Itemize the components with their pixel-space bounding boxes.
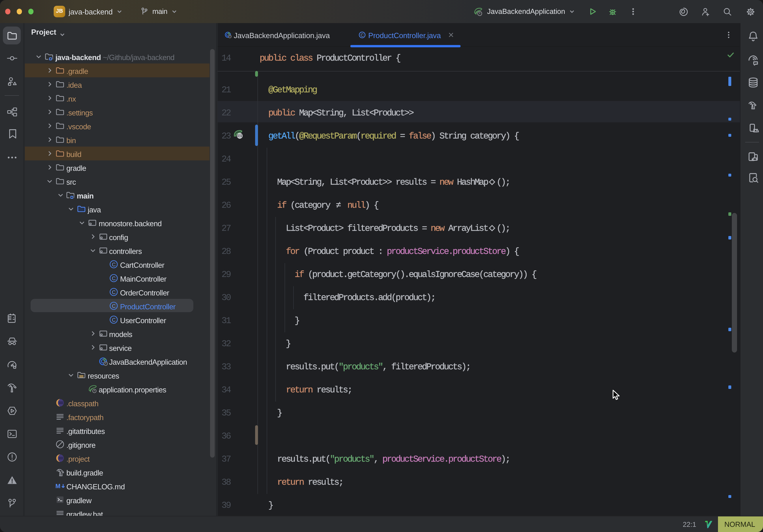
svg-text:C: C xyxy=(112,289,116,295)
svg-text:C: C xyxy=(112,303,116,309)
svg-text:M: M xyxy=(55,483,60,490)
svg-text:C: C xyxy=(112,262,116,267)
svg-text:C: C xyxy=(112,275,116,281)
svg-text:C: C xyxy=(361,33,364,38)
svg-text:C: C xyxy=(112,317,116,323)
